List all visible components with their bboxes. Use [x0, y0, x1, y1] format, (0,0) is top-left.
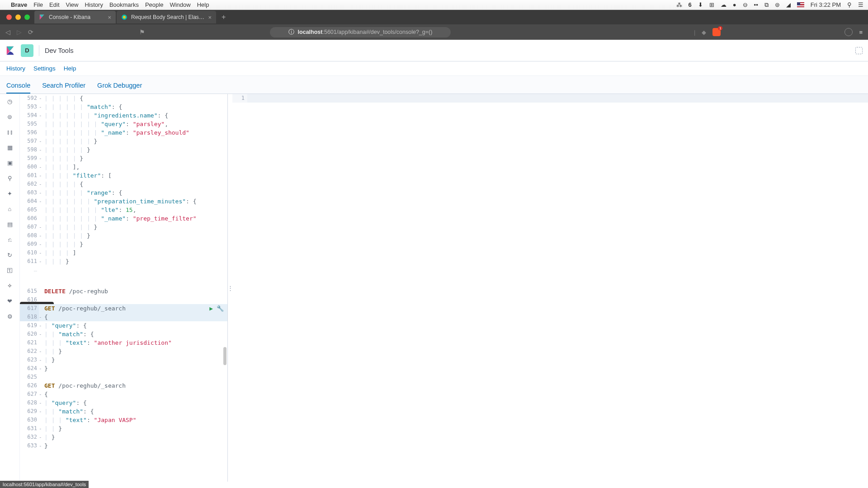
close-window-button[interactable] [6, 14, 12, 20]
nav-visualize-icon[interactable]: ⫿⫿ [5, 127, 14, 136]
status-icon[interactable]: 6 [689, 1, 692, 8]
code-line[interactable]: 593-| | | | | | "match": { [20, 103, 227, 111]
console-request-editor[interactable]: 592-| | | | | {593-| | | | | | "match": … [20, 94, 228, 482]
status-icon[interactable]: ⁂ [676, 1, 682, 8]
address-bar[interactable]: ⓘ localhost:5601/app/kibana#/dev_tools/c… [270, 27, 451, 38]
code-line[interactable]: 622-| | } [20, 347, 227, 356]
cloud-icon[interactable]: ☁ [721, 1, 726, 8]
code-line[interactable]: 607-| | | | | | | } [20, 223, 227, 231]
tab-search-profiler[interactable]: Search Profiler [42, 82, 85, 94]
request-options-icon[interactable]: 🔧 [217, 304, 224, 313]
app-menu-icon[interactable]: ≡ [859, 29, 863, 36]
nav-management-icon[interactable]: ⚙ [5, 312, 14, 321]
code-line[interactable]: 629-| | "match": { [20, 407, 227, 416]
code-line[interactable]: … [20, 266, 227, 274]
extension-icon[interactable]: ◆ [702, 29, 706, 36]
code-line[interactable]: 618-{ [20, 313, 227, 321]
code-line[interactable]: 631-| | } [20, 424, 227, 433]
nav-canvas-icon[interactable]: ▣ [5, 158, 14, 167]
clock[interactable]: Fri 3:22 PM [811, 1, 841, 8]
close-tab-icon[interactable]: × [108, 14, 111, 21]
run-request-icon[interactable]: ▶ [209, 304, 213, 313]
history-link[interactable]: History [6, 65, 25, 72]
code-line[interactable]: 608-| | | | | | } [20, 231, 227, 240]
profile-icon[interactable] [844, 28, 853, 36]
kibana-logo-icon[interactable] [5, 46, 15, 56]
code-line[interactable]: 602-| | | | | { [20, 180, 227, 188]
code-line[interactable]: 601-| | | | "filter": [ [20, 171, 227, 180]
close-tab-icon[interactable]: × [208, 14, 212, 21]
tab-console[interactable]: Console [6, 82, 30, 94]
nav-uptime-icon[interactable]: ↻ [5, 250, 14, 259]
menu-window[interactable]: Window [170, 1, 190, 8]
menu-view[interactable]: View [66, 1, 79, 8]
nav-infra-icon[interactable]: ⌂ [5, 204, 14, 213]
back-button[interactable]: ◁ [5, 28, 10, 36]
code-line[interactable]: 596| | | | | | | | "_name": "parsley_sho… [20, 128, 227, 137]
code-line[interactable]: 609-| | | | | } [20, 240, 227, 249]
menu-bookmarks[interactable]: Bookmarks [109, 1, 139, 8]
pane-resize-handle[interactable]: ⋮ [228, 94, 232, 482]
browser-tab[interactable]: Request Body Search | Elasticse… × [117, 11, 216, 23]
settings-link[interactable]: Settings [33, 65, 56, 72]
code-line[interactable]: 604-| | | | | | | "preparation_time_minu… [20, 197, 227, 206]
display-icon[interactable]: ⧉ [764, 1, 769, 9]
browser-tab[interactable]: Console - Kibana × [34, 11, 116, 23]
reload-button[interactable]: ⟳ [28, 28, 33, 36]
brave-shields-icon[interactable] [712, 28, 721, 36]
menu-file[interactable]: File [33, 1, 43, 8]
console-response-pane[interactable]: 1 [232, 94, 868, 482]
code-line[interactable]: 623-| } [20, 356, 227, 364]
nav-discover-icon[interactable]: ⊚ [5, 112, 14, 121]
nav-monitoring-icon[interactable]: ❤ [5, 296, 14, 305]
code-line[interactable]: 594-| | | | | | | "ingredients.name": { [20, 111, 227, 120]
spotlight-icon[interactable]: ⚲ [847, 1, 852, 8]
bookmark-icon[interactable]: ⚑ [139, 28, 145, 36]
help-link[interactable]: Help [64, 65, 76, 72]
tab-grok-debugger[interactable]: Grok Debugger [97, 82, 142, 94]
code-line[interactable]: 610-| | | | ] [20, 249, 227, 257]
user-icon[interactable]: ● [733, 1, 736, 8]
code-line[interactable]: 595| | | | | | | | "query": "parsley", [20, 120, 227, 128]
fullscreen-icon[interactable] [855, 47, 863, 54]
code-line[interactable]: 599-| | | | | } [20, 154, 227, 163]
status-icon[interactable]: ⊞ [709, 1, 714, 8]
dropbox-icon[interactable]: ⬇ [698, 1, 703, 8]
code-line[interactable]: 605| | | | | | | | "lte": 15, [20, 206, 227, 214]
nav-devtools-icon[interactable]: ✧ [5, 281, 14, 290]
code-line[interactable]: 619-| "query": { [20, 321, 227, 330]
code-line[interactable]: 633-} [20, 441, 227, 450]
code-line[interactable]: 616 [20, 296, 227, 304]
breadcrumb[interactable]: Dev Tools [45, 47, 73, 54]
code-line[interactable]: 624-} [20, 364, 227, 373]
code-line[interactable]: 615DELETE /poc-reghub [20, 287, 227, 296]
menu-people[interactable]: People [145, 1, 163, 8]
minimize-window-button[interactable] [15, 14, 21, 20]
forward-button[interactable]: ▷ [17, 28, 22, 36]
code-line[interactable]: 625 [20, 373, 227, 381]
code-line[interactable]: 630| | | "text": "Japan VASP" [20, 416, 227, 424]
space-selector[interactable]: D [21, 44, 33, 57]
maximize-window-button[interactable] [24, 14, 30, 20]
nav-siem-icon[interactable]: ⚿ [5, 266, 14, 275]
control-center-icon[interactable]: ☰ [858, 1, 863, 8]
code-line[interactable]: 611-| | | } [20, 257, 227, 266]
volume-icon[interactable]: ◢ [786, 1, 791, 8]
code-line[interactable]: 632-| } [20, 433, 227, 441]
menu-help[interactable]: Help [197, 1, 209, 8]
menu-history[interactable]: History [85, 1, 103, 8]
new-tab-button[interactable]: + [217, 13, 230, 21]
app-name[interactable]: Brave [11, 1, 27, 8]
nav-dashboard-icon[interactable]: ▦ [5, 143, 14, 152]
input-flag-icon[interactable] [797, 2, 804, 7]
code-line[interactable]: 606| | | | | | | | "_name": "prep_time_f… [20, 214, 227, 223]
nav-logs-icon[interactable]: ▤ [5, 220, 14, 229]
nav-ml-icon[interactable]: ✦ [5, 189, 14, 198]
code-line[interactable]: 603-| | | | | | "range": { [20, 188, 227, 197]
nav-maps-icon[interactable]: ⚲ [5, 174, 14, 183]
status-icon[interactable]: ⊖ [743, 1, 748, 8]
code-line[interactable]: 598-| | | | | | } [20, 145, 227, 154]
wifi-icon[interactable]: ⊚ [775, 1, 780, 8]
code-line[interactable]: 628-| "query": { [20, 399, 227, 407]
status-icon[interactable]: ▪▪ [754, 1, 758, 8]
